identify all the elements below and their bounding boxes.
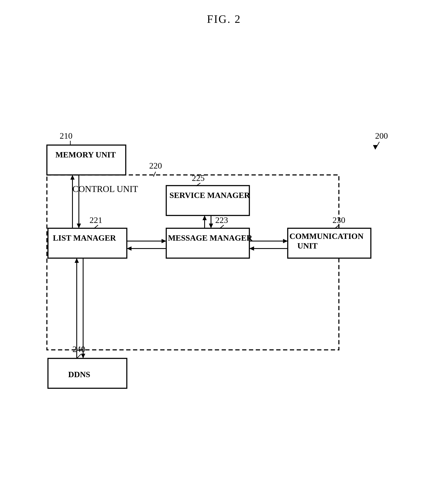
svg-marker-22	[161, 239, 166, 243]
label-221: 221	[89, 215, 102, 225]
svg-marker-34	[81, 354, 85, 359]
service-manager-text: SERVICE MANAGER	[170, 191, 250, 200]
label-230: 230	[332, 215, 345, 225]
svg-marker-24	[127, 246, 131, 251]
label-223: 223	[215, 215, 228, 225]
figure-title: FIG. 2	[207, 13, 241, 25]
svg-line-16	[77, 354, 81, 359]
label-220: 220	[149, 161, 162, 170]
svg-marker-28	[203, 215, 207, 220]
diagram-container: FIG. 2 CONTROL UNIT 220 200 MEMORY UNIT …	[0, 0, 448, 493]
svg-rect-8	[166, 186, 249, 215]
svg-line-1	[153, 172, 156, 177]
communication-unit-text: COMMUNICATION	[289, 232, 363, 241]
svg-rect-10	[166, 228, 249, 258]
svg-marker-26	[209, 224, 213, 228]
svg-marker-18	[77, 224, 81, 228]
svg-marker-36	[75, 258, 79, 263]
memory-unit-text: MEMORY UNIT	[55, 150, 116, 159]
list-manager-text: LIST MANAGER	[53, 233, 116, 242]
control-unit-label: CONTROL UNIT	[73, 184, 138, 194]
label-210: 210	[60, 131, 73, 141]
svg-marker-20	[70, 175, 75, 180]
svg-rect-6	[48, 228, 127, 258]
svg-text:UNIT: UNIT	[297, 241, 318, 250]
svg-marker-32	[249, 246, 254, 251]
label-225: 225	[192, 173, 205, 183]
message-manager-text: MESSAGE MANAGER	[168, 233, 252, 242]
svg-marker-30	[283, 239, 288, 243]
label-200: 200	[375, 131, 388, 141]
svg-rect-4	[47, 145, 126, 175]
ddns-text: DDNS	[68, 370, 90, 379]
